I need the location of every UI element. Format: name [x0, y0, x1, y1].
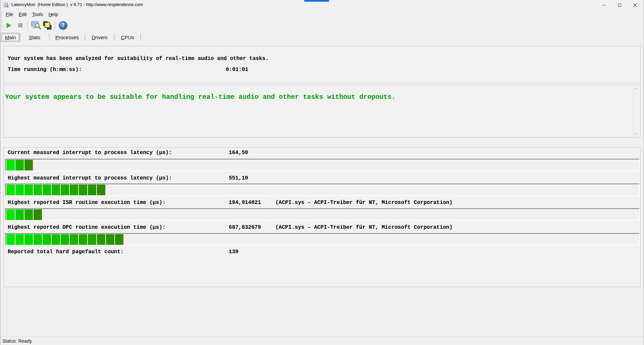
time-running-label: Time running (h:mm:ss):	[8, 67, 82, 73]
meter-cell	[79, 234, 87, 245]
toolbar-grip	[1, 20, 2, 31]
tab-stats[interactable]: Stats	[20, 32, 49, 42]
meter-cell	[34, 234, 42, 245]
meter-label: Current measured interrupt to process la…	[8, 150, 172, 156]
verdict-scrollbar[interactable]	[633, 86, 638, 137]
meter-cell	[88, 185, 96, 195]
processes-window-button[interactable]	[42, 20, 53, 31]
status-bar: Status: Ready	[0, 337, 644, 345]
meter-label: Highest reported ISR routine execution t…	[8, 200, 165, 206]
title-bar: LatencyMon (Home Edition ) v 6.71 - http…	[0, 0, 644, 10]
play-icon	[6, 23, 11, 28]
caption-buttons	[596, 0, 643, 10]
tab-main[interactable]: Main	[1, 33, 20, 42]
meter-cell	[106, 234, 114, 245]
toolbar: ?	[0, 19, 644, 32]
maximize-button[interactable]	[612, 0, 627, 10]
meter-value: 164,50	[229, 150, 248, 156]
meter-cell	[97, 185, 105, 195]
meter-value: 687,832679	[229, 224, 261, 230]
meter-cell	[24, 234, 33, 245]
suitability-verdict: Your system appears to be suitable for h…	[5, 93, 395, 101]
meter-cell	[24, 160, 33, 170]
taskbar-accent-fragment	[304, 0, 329, 2]
meter-cell	[6, 185, 15, 195]
meter-row: Current measured interrupt to process la…	[4, 150, 640, 156]
meter-cell	[61, 185, 69, 195]
meter-cell	[43, 234, 51, 245]
meter-cell	[15, 160, 24, 170]
verdict-panel: Your system appears to be suitable for h…	[3, 85, 641, 138]
meter-cell	[15, 185, 24, 195]
meter-row: Reported total hard pagefault count:139	[4, 249, 640, 256]
meters-panel: Current measured interrupt to process la…	[3, 147, 641, 287]
tab-separator	[141, 33, 141, 41]
app-icon	[3, 2, 9, 8]
meter-driver-info: (ACPI.sys - ACPI-Treiber für NT, Microso…	[275, 224, 452, 230]
meter-cell	[24, 209, 33, 220]
tab-strip: Main Stats Processes Drivers CPUs	[0, 32, 644, 42]
meter-bar	[5, 184, 640, 196]
meter-cell	[6, 209, 15, 220]
meter-label: Highest reported DPC routine execution t…	[8, 224, 165, 230]
tab-processes[interactable]: Processes	[49, 32, 85, 42]
meter-cell	[97, 234, 105, 245]
meter-cell	[70, 185, 78, 195]
chevron-up-icon	[634, 87, 637, 89]
tab-cpus[interactable]: CPUs	[114, 32, 141, 42]
meter-row: Highest reported ISR routine execution t…	[4, 200, 640, 206]
meter-value: 139	[229, 249, 238, 255]
scroll-up-button[interactable]	[633, 86, 638, 91]
meter-bar	[5, 159, 640, 171]
meter-value: 551,10	[229, 175, 248, 181]
meter-cell	[115, 234, 123, 245]
meter-bar	[5, 233, 640, 246]
latencymon-window: LatencyMon (Home Edition ) v 6.71 - http…	[0, 0, 644, 345]
toolbar-separator	[28, 21, 28, 29]
meter-driver-info: (ACPI.sys - ACPI-Treiber für NT, Microso…	[275, 200, 452, 206]
meter-cell	[15, 209, 24, 220]
menu-file[interactable]: File	[3, 10, 16, 18]
meter-cell	[15, 234, 24, 245]
chevron-down-icon	[634, 133, 637, 135]
stop-icon	[18, 23, 22, 27]
tab-drivers[interactable]: Drivers	[85, 32, 114, 42]
minimize-icon	[602, 5, 606, 5]
meter-bar	[5, 208, 640, 221]
scroll-down-button[interactable]	[633, 131, 638, 137]
meter-cell	[43, 185, 51, 195]
toolbar-separator	[55, 21, 55, 29]
maximize-icon	[618, 4, 621, 7]
meter-cell	[34, 185, 42, 195]
meter-row: Highest reported DPC routine execution t…	[4, 224, 640, 231]
meter-cell	[52, 185, 60, 195]
help-button[interactable]: ?	[57, 20, 69, 31]
stop-monitor-button[interactable]	[14, 20, 26, 31]
window-title: LatencyMon (Home Edition ) v 6.71 - http…	[11, 2, 143, 7]
meter-cell	[70, 234, 78, 245]
menu-help[interactable]: Help	[46, 10, 61, 18]
meter-label: Reported total hard pagefault count:	[8, 249, 124, 255]
meter-cell	[24, 185, 33, 195]
time-running-value: 0:01:01	[226, 67, 248, 73]
copy-squares-icon	[43, 21, 52, 30]
monitor-search-icon	[31, 21, 41, 30]
meter-value: 194,914021	[229, 200, 261, 206]
analyze-system-button[interactable]	[30, 20, 42, 31]
help-icon: ?	[59, 21, 67, 30]
meter-label: Highest measured interrupt to process la…	[8, 175, 172, 181]
analysis-headline: Your system has been analyzed for suitab…	[8, 56, 269, 62]
meter-cell	[79, 185, 87, 195]
start-monitor-button[interactable]	[3, 20, 14, 31]
close-button[interactable]	[627, 0, 643, 10]
menu-grip	[1, 11, 2, 17]
meter-cell	[6, 234, 15, 245]
meter-cell	[34, 209, 42, 220]
minimize-button[interactable]	[596, 0, 612, 10]
meter-cell	[6, 160, 15, 170]
meter-cell	[88, 234, 96, 245]
menu-bar: File Edit Tools Help	[0, 10, 644, 19]
menu-edit[interactable]: Edit	[16, 10, 30, 18]
menu-tools[interactable]: Tools	[30, 10, 46, 18]
close-icon	[633, 3, 637, 7]
